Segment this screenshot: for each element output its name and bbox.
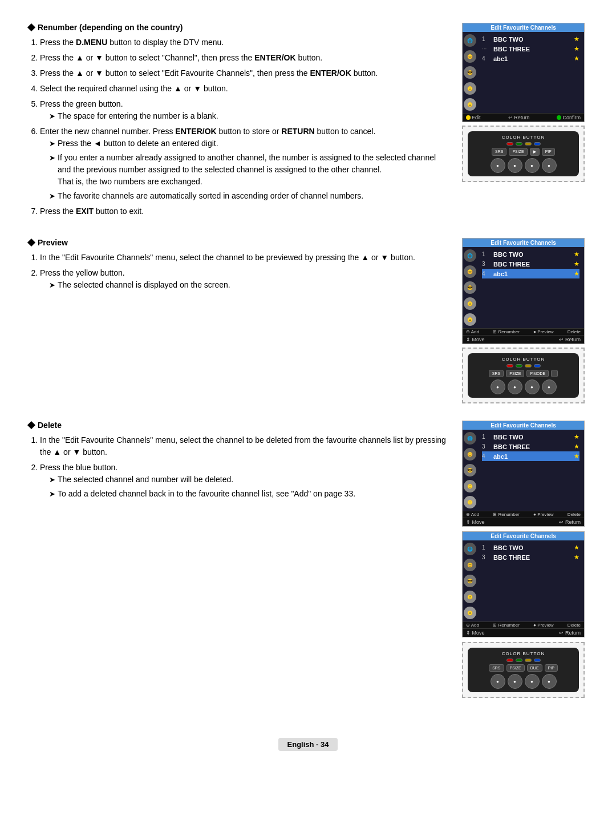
yellow-dot	[466, 115, 471, 120]
remote-circle-3c[interactable]: ●	[525, 674, 540, 689]
remote-pip-1[interactable]: PIP	[542, 148, 555, 156]
delete-channel-1-2: 3 BBC THREE ★	[482, 442, 579, 451]
remote-circle-2a[interactable]: ●	[491, 379, 505, 394]
remote-circle-1d[interactable]: ●	[542, 158, 557, 173]
renumber-text: Renumber (depending on the country) Pres…	[29, 23, 448, 221]
delete-steps: In the "Edit Favourite Channels" menu, s…	[29, 434, 448, 500]
delete-tv-footer-2: ⇕ Move ↩ Return	[463, 628, 584, 637]
delete-tv-title-1: Edit Favourite Channels	[463, 421, 584, 430]
delete-text: Delete In the "Edit Favourite Channels" …	[29, 421, 448, 503]
remote-label-row-3: SRS PSIZE DUE PIP	[489, 664, 558, 672]
delete-tv-title-2: Edit Favourite Channels	[463, 532, 584, 540]
remote-psize-2[interactable]: PSIZE	[506, 370, 524, 377]
delete-tv-screen-2: Edit Favourite Channels 🌐 😊 😎 🙂 😐 1 BBC …	[462, 531, 585, 637]
remote-pip-3[interactable]: PIP	[545, 664, 558, 672]
remote-btn-blue[interactable]	[534, 142, 541, 146]
remote-circle-3d[interactable]: ●	[542, 674, 557, 689]
tv-icon-d5: 😐	[464, 496, 476, 508]
tv-icon-d1: 🌐	[464, 432, 476, 445]
remote-inner-2: COLOR BUTTON SRS PSIZE P.MODE ●	[468, 353, 579, 398]
remote-label-3: COLOR BUTTON	[502, 651, 545, 656]
tv-icon-p1: 🌐	[464, 249, 476, 262]
delete-tv-footer-1: ⇕ Move ↩ Return	[463, 518, 584, 526]
remote-circle-row-1: ● ● ● ●	[491, 158, 557, 173]
green-dot	[557, 115, 561, 120]
remote-circle-1a[interactable]: ●	[491, 158, 505, 173]
remote-srs-2[interactable]: SRS	[489, 370, 504, 377]
page-footer: English - 34	[278, 738, 338, 751]
delete-arrow1: ➤ The selected channel and number will b…	[49, 474, 448, 486]
step-6-arrow1: ➤ Press the ◄ button to delete an entere…	[49, 138, 448, 150]
remote-label-1: COLOR BUTTON	[502, 135, 545, 140]
tv-channel-list: 1 BBC TWO ★ ··· BBC THREE ★ 4 abc1 ★	[477, 32, 584, 113]
channel-row-3: 4 abc1 ★	[482, 54, 579, 63]
remote-btn-red-3[interactable]	[506, 659, 513, 662]
remote-circle-2d[interactable]: ●	[542, 379, 557, 394]
step-7: Press the EXIT button to exit.	[40, 205, 448, 217]
remote-circle-2c[interactable]: ●	[525, 379, 540, 394]
renumber-right: Edit Favourite Channels 🌐 😊 😎 🙂 😐 1 BBC …	[462, 23, 587, 182]
remote-label-row-1: SRS PSIZE ▶ PIP	[492, 148, 555, 156]
remote-inner-3: COLOR BUTTON SRS PSIZE DUE PIP ●	[468, 648, 579, 692]
remote-btn-red-2[interactable]	[506, 364, 513, 368]
preview-return: ↩ Return	[559, 337, 581, 342]
remote-circle-3a[interactable]: ●	[491, 674, 505, 689]
remote-play-1[interactable]: ▶	[530, 148, 540, 156]
preview-section: Preview In the "Edit Favourite Channels"…	[29, 238, 587, 403]
tv-icon-p4: 🙂	[464, 297, 476, 310]
tv-icon-p2: 😊	[464, 265, 476, 278]
remote-btn-green-2[interactable]	[516, 364, 522, 368]
remote-btn-blue-3[interactable]	[534, 659, 541, 662]
remote-due-3[interactable]: DUE	[527, 664, 542, 672]
preview-right: Edit Favourite Channels 🌐 😊 😎 🙂 😐 1 BBC …	[462, 238, 587, 403]
renumber-steps: Press the D.MENU button to display the D…	[29, 37, 448, 217]
preview-steps: In the "Edit Favourite Channels" menu, s…	[29, 252, 448, 291]
remote-btn-yellow[interactable]	[525, 142, 532, 146]
preview-tv-title: Edit Favourite Channels	[463, 239, 584, 247]
remote-psize-3[interactable]: PSIZE	[506, 664, 525, 672]
step-6-arrow2: ➤ If you enter a number already assigned…	[49, 152, 448, 188]
tv-icon-d2-2: 😊	[464, 559, 476, 571]
tv-footer-confirm: Confirm	[557, 115, 581, 120]
remote-circle-2b[interactable]: ●	[508, 379, 522, 394]
remote-btn-green-3[interactable]	[516, 659, 522, 662]
preview-channel-2: 3 BBC THREE ★	[482, 259, 579, 269]
tv-icon-1: 🌐	[464, 34, 476, 47]
preview-add-footer: ⊕ Add ⊞ Renumber ● Preview Delete	[463, 328, 584, 335]
delete-arrow2: ➤ To add a deleted channel back in to th…	[49, 488, 448, 500]
remote-psize-1[interactable]: PSIZE	[509, 148, 527, 156]
delete-return-1: ↩ Return	[559, 519, 581, 525]
remote-circle-1c[interactable]: ●	[525, 158, 540, 173]
tv-icon-p3: 😎	[464, 281, 476, 294]
tv-footer-edit: Edit	[466, 115, 481, 120]
remote-blank-2[interactable]	[551, 370, 558, 377]
remote-circle-row-3: ● ● ● ●	[491, 674, 557, 689]
remote-pmode-2[interactable]: P.MODE	[526, 370, 549, 377]
delete-remote: COLOR BUTTON SRS PSIZE DUE PIP ●	[462, 642, 585, 698]
step-3: Press the ▲ or ▼ button to select "Edit …	[40, 67, 448, 79]
delete-channel-1-1: 1 BBC TWO ★	[482, 432, 579, 442]
step-1: Press the D.MENU button to display the D…	[40, 37, 448, 49]
delete-channel-2-1: 1 BBC TWO ★	[482, 543, 579, 552]
delete-tv-screen-1: Edit Favourite Channels 🌐 😊 😎 🙂 😐 1 BBC …	[462, 421, 585, 527]
step-6-arrow3: ➤ The favorite channels are automaticall…	[49, 190, 448, 202]
remote-btn-blue-2[interactable]	[534, 364, 541, 368]
tv-footer: Edit ↩ Return Confirm	[463, 113, 584, 122]
delete-channel-list-2: 1 BBC TWO ★ 3 BBC THREE ★	[477, 540, 584, 621]
remote-btn-green[interactable]	[516, 142, 522, 146]
tv-title: Edit Favourite Channels	[463, 23, 584, 32]
step-6: Enter the new channel number. Press ENTE…	[40, 126, 448, 202]
tv-icon-d3: 😎	[464, 464, 476, 476]
remote-btn-yellow-3[interactable]	[525, 659, 532, 662]
channel-row-1: 1 BBC TWO ★	[482, 34, 579, 44]
remote-srs-1[interactable]: SRS	[492, 148, 506, 156]
page-content: Renumber (depending on the country) Pres…	[29, 23, 587, 751]
remote-circle-3b[interactable]: ●	[508, 674, 522, 689]
remote-btn-red[interactable]	[506, 142, 513, 146]
delete-right: Edit Favourite Channels 🌐 😊 😎 🙂 😐 1 BBC …	[462, 421, 587, 698]
remote-inner-1: COLOR BUTTON SRS PSIZE ▶ PIP ●	[468, 131, 579, 176]
remote-srs-3[interactable]: SRS	[489, 664, 504, 672]
delete-step-2: Press the blue button. ➤ The selected ch…	[40, 462, 448, 500]
remote-btn-yellow-2[interactable]	[525, 364, 532, 368]
remote-circle-1b[interactable]: ●	[508, 158, 522, 173]
